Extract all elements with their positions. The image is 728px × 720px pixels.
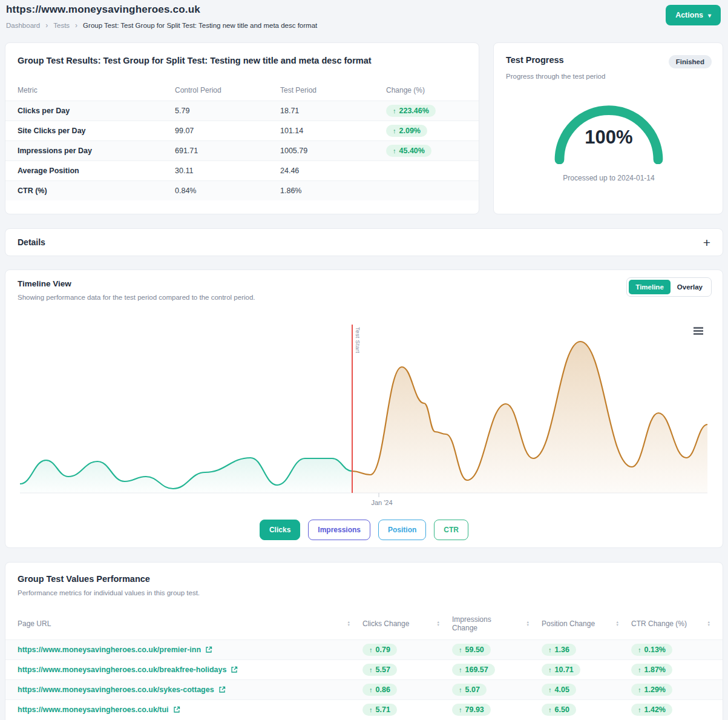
col-position-change[interactable]: Position Change xyxy=(542,619,595,628)
up-arrow-icon: ↑ xyxy=(393,108,396,114)
breadcrumb-separator-icon: › xyxy=(75,21,77,30)
up-arrow-icon: ↑ xyxy=(638,667,641,673)
page-url-link[interactable]: https://www.moneysavingheroes.co.uk/brea… xyxy=(18,666,226,674)
toggle-timeline-button[interactable]: Timeline xyxy=(629,280,670,294)
table-row: Site Clicks per Day 99.07 101.14 ↑2.09% xyxy=(5,121,479,140)
table-row: https://www.moneysavingheroes.co.uk/syke… xyxy=(5,679,723,699)
impressions-change-badge: ↑79.93 xyxy=(452,704,491,716)
col-clicks-change[interactable]: Clicks Change xyxy=(362,619,409,628)
timeline-chart[interactable] xyxy=(5,312,724,521)
control-value: 5.79 xyxy=(175,107,280,115)
progress-title: Test Progress xyxy=(506,55,564,65)
x-axis-tick-label: Jan '24 xyxy=(352,499,412,506)
table-row: https://www.moneysavingheroes.co.uk/brea… xyxy=(5,659,723,679)
control-value: 30.11 xyxy=(175,167,280,175)
actions-button[interactable]: Actions ▾ xyxy=(666,5,721,25)
position-change-badge: ↑1.36 xyxy=(542,644,576,656)
values-title: Group Test Values Performance xyxy=(5,563,723,584)
change-badge: ↑223.46% xyxy=(386,105,436,117)
test-start-label: Test Start xyxy=(355,327,361,353)
sort-icon[interactable]: ▲▼ xyxy=(436,619,441,627)
table-row: Average Position 30.11 24.46 xyxy=(5,160,479,180)
up-arrow-icon: ↑ xyxy=(369,687,373,693)
clicks-change-badge: ↑0.86 xyxy=(362,684,397,696)
external-link-icon[interactable] xyxy=(218,686,226,693)
page-url-link[interactable]: https://www.moneysavingheroes.co.uk/syke… xyxy=(18,685,214,694)
test-progress-card: Test Progress Finished Progress through … xyxy=(493,42,723,214)
chart-menu-icon[interactable] xyxy=(694,327,703,336)
up-arrow-icon: ↑ xyxy=(459,667,462,673)
up-arrow-icon: ↑ xyxy=(393,148,396,154)
control-value: 99.07 xyxy=(175,127,280,135)
metric-label: Average Position xyxy=(18,167,175,175)
timeline-subtitle: Showing performance data for the test pe… xyxy=(18,294,255,301)
ctr-change-badge: ↑1.42% xyxy=(631,704,672,716)
progress-percent: 100% xyxy=(494,127,724,148)
details-section[interactable]: Details + xyxy=(5,228,723,256)
expand-plus-icon[interactable]: + xyxy=(703,236,710,249)
breadcrumb-dashboard[interactable]: Dashboard xyxy=(6,22,40,29)
impressions-change-badge: ↑169.57 xyxy=(452,664,495,676)
breadcrumb-tests[interactable]: Tests xyxy=(53,22,70,29)
up-arrow-icon: ↑ xyxy=(393,128,396,134)
up-arrow-icon: ↑ xyxy=(548,707,552,713)
up-arrow-icon: ↑ xyxy=(548,687,552,693)
page-url-link[interactable]: https://www.moneysavingheroes.co.uk/prem… xyxy=(18,646,201,654)
details-title: Details xyxy=(18,237,45,247)
external-link-icon[interactable] xyxy=(173,706,180,713)
results-title: Group Test Results: Test Group for Split… xyxy=(5,43,479,65)
chevron-down-icon: ▾ xyxy=(708,12,711,19)
sort-icon[interactable]: ▲▼ xyxy=(706,619,712,627)
timeline-view-card: Timeline View Showing performance data f… xyxy=(5,269,723,548)
breadcrumb-separator-icon: › xyxy=(45,21,48,30)
change-badge: ↑45.40% xyxy=(386,145,431,157)
test-period-area xyxy=(352,342,707,493)
breadcrumb: Dashboard › Tests › Group Test: Test Gro… xyxy=(6,21,317,30)
position-change-badge: ↑4.05 xyxy=(542,684,576,696)
values-subtitle: Performance metrics for individual value… xyxy=(5,584,723,596)
table-row: Impressions per Day 691.71 1005.79 ↑45.4… xyxy=(5,140,479,160)
impressions-metric-button[interactable]: Impressions xyxy=(308,520,370,540)
up-arrow-icon: ↑ xyxy=(459,687,462,693)
col-page-url[interactable]: Page URL xyxy=(18,619,51,628)
col-change: Change (%) xyxy=(386,86,479,94)
values-table-header: Page URL ▲▼ Clicks Change ▲▼ Impressions… xyxy=(5,607,723,639)
ctr-change-badge: ↑1.29% xyxy=(631,684,672,696)
position-metric-button[interactable]: Position xyxy=(378,520,426,540)
test-value: 24.46 xyxy=(280,167,386,175)
ctr-change-badge: ↑1.87% xyxy=(631,664,672,676)
clicks-metric-button[interactable]: Clicks xyxy=(260,520,300,540)
up-arrow-icon: ↑ xyxy=(369,707,373,713)
up-arrow-icon: ↑ xyxy=(459,707,462,713)
external-link-icon[interactable] xyxy=(231,666,238,673)
change-badge: ↑2.09% xyxy=(386,125,427,137)
results-table-header: Metric Control Period Test Period Change… xyxy=(5,80,479,101)
ctr-metric-button[interactable]: CTR xyxy=(434,520,468,540)
page-url-link[interactable]: https://www.moneysavingheroes.co.uk/tui xyxy=(18,705,169,714)
actions-button-label: Actions xyxy=(675,11,703,19)
metric-label: CTR (%) xyxy=(18,187,175,195)
results-table: Metric Control Period Test Period Change… xyxy=(5,80,479,200)
ctr-change-badge: ↑0.13% xyxy=(631,644,672,656)
test-value: 101.14 xyxy=(280,127,386,135)
up-arrow-icon: ↑ xyxy=(638,647,641,653)
col-impressions-change[interactable]: Impressions Change xyxy=(452,615,513,632)
sort-icon[interactable]: ▲▼ xyxy=(346,619,352,627)
col-ctr-change[interactable]: CTR Change (%) xyxy=(631,619,687,628)
metric-label: Impressions per Day xyxy=(18,147,175,155)
sort-icon[interactable]: ▲▼ xyxy=(615,619,620,627)
table-row: https://www.moneysavingheroes.co.uk/prem… xyxy=(5,639,723,659)
test-value: 1005.79 xyxy=(280,147,386,155)
view-toggle: Timeline Overlay xyxy=(626,277,712,297)
control-period-area xyxy=(20,458,352,493)
up-arrow-icon: ↑ xyxy=(548,647,552,653)
sort-icon[interactable]: ▲▼ xyxy=(525,619,531,627)
up-arrow-icon: ↑ xyxy=(638,687,641,693)
group-test-values-card: Group Test Values Performance Performanc… xyxy=(5,562,723,720)
toggle-overlay-button[interactable]: Overlay xyxy=(671,280,709,294)
metric-label: Site Clicks per Day xyxy=(18,127,175,135)
external-link-icon[interactable] xyxy=(205,646,212,653)
col-metric: Metric xyxy=(18,86,175,94)
up-arrow-icon: ↑ xyxy=(548,667,552,673)
clicks-change-badge: ↑5.57 xyxy=(362,664,397,676)
